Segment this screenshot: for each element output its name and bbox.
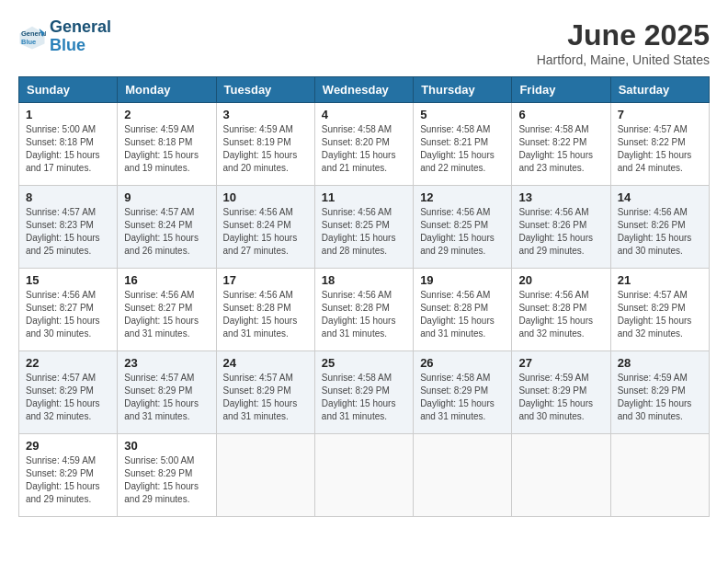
day-info: Sunrise: 4:58 AM Sunset: 8:21 PM Dayligh…: [420, 123, 505, 175]
day-cell-10: 10 Sunrise: 4:56 AM Sunset: 8:24 PM Dayl…: [216, 186, 314, 269]
day-number: 14: [618, 190, 702, 204]
day-number: 29: [26, 439, 110, 453]
day-number: 6: [518, 108, 603, 121]
day-info: Sunrise: 4:56 AM Sunset: 8:28 PM Dayligh…: [420, 289, 505, 340]
day-info: Sunrise: 4:56 AM Sunset: 8:25 PM Dayligh…: [420, 206, 505, 258]
header-thursday: Thursday: [414, 77, 512, 103]
day-number: 9: [124, 190, 209, 204]
day-info: Sunrise: 4:56 AM Sunset: 8:25 PM Dayligh…: [322, 206, 406, 258]
day-number: 12: [420, 190, 505, 204]
calendar-week-5: 29 Sunrise: 4:59 AM Sunset: 8:29 PM Dayl…: [19, 434, 710, 517]
day-cell-17: 17 Sunrise: 4:56 AM Sunset: 8:28 PM Dayl…: [216, 269, 314, 351]
day-cell-30: 30 Sunrise: 5:00 AM Sunset: 8:29 PM Dayl…: [118, 434, 216, 517]
header-saturday: Saturday: [610, 77, 709, 103]
day-cell-18: 18 Sunrise: 4:56 AM Sunset: 8:28 PM Dayl…: [314, 269, 413, 351]
day-info: Sunrise: 4:57 AM Sunset: 8:29 PM Dayligh…: [26, 372, 110, 423]
day-number: 30: [124, 439, 209, 453]
day-number: 3: [223, 108, 308, 121]
day-number: 16: [124, 273, 209, 287]
day-cell-14: 14 Sunrise: 4:56 AM Sunset: 8:26 PM Dayl…: [610, 186, 709, 269]
day-info: Sunrise: 4:59 AM Sunset: 8:18 PM Dayligh…: [124, 123, 209, 175]
day-number: 2: [124, 108, 209, 121]
calendar-subtitle: Hartford, Maine, United States: [537, 52, 710, 67]
day-number: 21: [618, 273, 702, 287]
day-info: Sunrise: 4:57 AM Sunset: 8:24 PM Dayligh…: [124, 206, 209, 258]
day-info: Sunrise: 4:59 AM Sunset: 8:29 PM Dayligh…: [518, 372, 603, 423]
svg-text:Blue: Blue: [21, 37, 36, 45]
day-number: 18: [322, 273, 406, 287]
day-number: 10: [223, 190, 308, 204]
day-info: Sunrise: 4:57 AM Sunset: 8:29 PM Dayligh…: [124, 372, 209, 423]
day-cell-6: 6 Sunrise: 4:58 AM Sunset: 8:22 PM Dayli…: [512, 103, 610, 186]
day-info: Sunrise: 4:56 AM Sunset: 8:28 PM Dayligh…: [518, 289, 603, 340]
day-number: 15: [26, 273, 110, 287]
empty-cell: [414, 434, 512, 517]
day-info: Sunrise: 4:59 AM Sunset: 8:29 PM Dayligh…: [26, 454, 110, 506]
header-wednesday: Wednesday: [314, 77, 413, 103]
day-cell-20: 20 Sunrise: 4:56 AM Sunset: 8:28 PM Dayl…: [512, 269, 610, 351]
day-cell-26: 26 Sunrise: 4:58 AM Sunset: 8:29 PM Dayl…: [414, 351, 512, 434]
empty-cell: [216, 434, 314, 517]
logo-line2: Blue: [50, 36, 85, 54]
header-monday: Monday: [118, 77, 216, 103]
day-info: Sunrise: 5:00 AM Sunset: 8:18 PM Dayligh…: [26, 123, 110, 175]
day-cell-24: 24 Sunrise: 4:57 AM Sunset: 8:29 PM Dayl…: [216, 351, 314, 434]
empty-cell: [314, 434, 413, 517]
day-cell-16: 16 Sunrise: 4:56 AM Sunset: 8:27 PM Dayl…: [118, 269, 216, 351]
day-cell-25: 25 Sunrise: 4:58 AM Sunset: 8:29 PM Dayl…: [314, 351, 413, 434]
header-friday: Friday: [512, 77, 610, 103]
day-cell-5: 5 Sunrise: 4:58 AM Sunset: 8:21 PM Dayli…: [414, 103, 512, 186]
day-info: Sunrise: 4:58 AM Sunset: 8:29 PM Dayligh…: [420, 372, 505, 423]
day-number: 1: [26, 108, 110, 121]
day-info: Sunrise: 4:59 AM Sunset: 8:19 PM Dayligh…: [223, 123, 308, 175]
header-tuesday: Tuesday: [216, 77, 314, 103]
day-info: Sunrise: 4:58 AM Sunset: 8:22 PM Dayligh…: [518, 123, 603, 175]
title-area: June 2025 Hartford, Maine, United States: [537, 18, 710, 67]
day-number: 5: [420, 108, 505, 121]
day-number: 11: [322, 190, 406, 204]
day-info: Sunrise: 4:56 AM Sunset: 8:27 PM Dayligh…: [26, 289, 110, 340]
day-number: 8: [26, 190, 110, 204]
day-number: 17: [223, 273, 308, 287]
empty-cell: [512, 434, 610, 517]
logo-line1: General: [50, 17, 111, 36]
day-cell-8: 8 Sunrise: 4:57 AM Sunset: 8:23 PM Dayli…: [19, 186, 118, 269]
day-info: Sunrise: 4:56 AM Sunset: 8:28 PM Dayligh…: [322, 289, 406, 340]
day-info: Sunrise: 4:56 AM Sunset: 8:27 PM Dayligh…: [124, 289, 209, 340]
logo: General Blue General Blue: [18, 18, 111, 55]
day-number: 4: [322, 108, 406, 121]
day-number: 25: [322, 356, 406, 370]
weekday-header-row: Sunday Monday Tuesday Wednesday Thursday…: [19, 77, 710, 103]
day-cell-11: 11 Sunrise: 4:56 AM Sunset: 8:25 PM Dayl…: [314, 186, 413, 269]
day-cell-9: 9 Sunrise: 4:57 AM Sunset: 8:24 PM Dayli…: [118, 186, 216, 269]
day-cell-29: 29 Sunrise: 4:59 AM Sunset: 8:29 PM Dayl…: [19, 434, 118, 517]
day-number: 22: [26, 356, 110, 370]
header: General Blue General Blue June 2025 Hart…: [18, 18, 710, 67]
day-info: Sunrise: 4:56 AM Sunset: 8:28 PM Dayligh…: [223, 289, 308, 340]
day-cell-1: 1 Sunrise: 5:00 AM Sunset: 8:18 PM Dayli…: [19, 103, 118, 186]
day-info: Sunrise: 4:59 AM Sunset: 8:29 PM Dayligh…: [618, 372, 702, 423]
day-number: 23: [124, 356, 209, 370]
day-cell-27: 27 Sunrise: 4:59 AM Sunset: 8:29 PM Dayl…: [512, 351, 610, 434]
day-info: Sunrise: 4:56 AM Sunset: 8:26 PM Dayligh…: [618, 206, 702, 258]
day-cell-15: 15 Sunrise: 4:56 AM Sunset: 8:27 PM Dayl…: [19, 269, 118, 351]
day-info: Sunrise: 4:58 AM Sunset: 8:20 PM Dayligh…: [322, 123, 406, 175]
day-cell-7: 7 Sunrise: 4:57 AM Sunset: 8:22 PM Dayli…: [610, 103, 709, 186]
empty-cell: [610, 434, 709, 517]
day-cell-19: 19 Sunrise: 4:56 AM Sunset: 8:28 PM Dayl…: [414, 269, 512, 351]
logo-icon: General Blue: [18, 23, 46, 51]
day-number: 19: [420, 273, 505, 287]
calendar-table: Sunday Monday Tuesday Wednesday Thursday…: [18, 76, 710, 517]
day-info: Sunrise: 5:00 AM Sunset: 8:29 PM Dayligh…: [124, 454, 209, 506]
logo-text: General Blue: [50, 18, 111, 55]
calendar-title: June 2025: [537, 18, 710, 52]
day-info: Sunrise: 4:58 AM Sunset: 8:29 PM Dayligh…: [322, 372, 406, 423]
day-cell-2: 2 Sunrise: 4:59 AM Sunset: 8:18 PM Dayli…: [118, 103, 216, 186]
day-info: Sunrise: 4:57 AM Sunset: 8:29 PM Dayligh…: [618, 289, 702, 340]
calendar-week-1: 1 Sunrise: 5:00 AM Sunset: 8:18 PM Dayli…: [19, 103, 710, 186]
day-cell-12: 12 Sunrise: 4:56 AM Sunset: 8:25 PM Dayl…: [414, 186, 512, 269]
calendar-week-4: 22 Sunrise: 4:57 AM Sunset: 8:29 PM Dayl…: [19, 351, 710, 434]
day-cell-23: 23 Sunrise: 4:57 AM Sunset: 8:29 PM Dayl…: [118, 351, 216, 434]
day-number: 13: [518, 190, 603, 204]
day-cell-3: 3 Sunrise: 4:59 AM Sunset: 8:19 PM Dayli…: [216, 103, 314, 186]
